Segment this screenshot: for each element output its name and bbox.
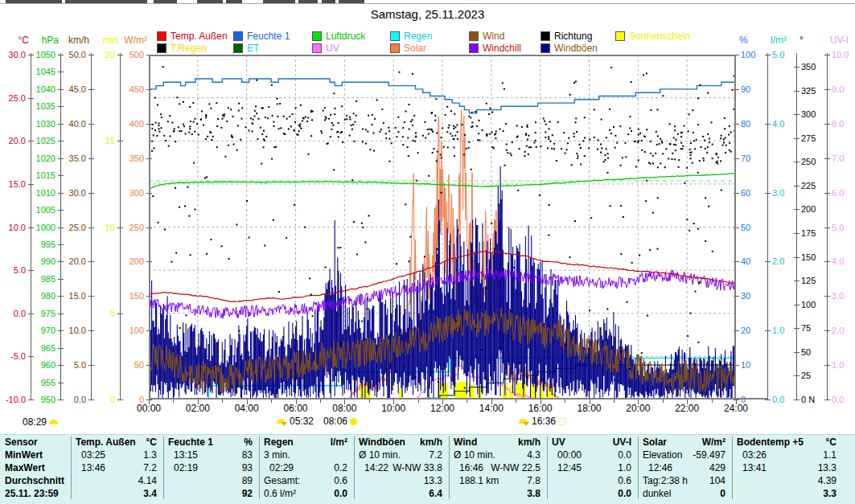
table-header-windboeen: Windböenkm/h — [359, 436, 442, 449]
axis-tick-label: 50 — [741, 223, 775, 232]
axis-line-uvi — [827, 53, 828, 400]
table-cell: 7.8 — [527, 474, 541, 487]
table-row: 03:261.1 — [737, 449, 837, 461]
table-header-uv: UVUV-I — [552, 436, 631, 449]
weather-day-chart-app: Samstag, 25.11.2023 Temp. AußenFeuchte 1… — [0, 0, 855, 504]
legend-item-t-regen: T.Regen — [157, 43, 207, 53]
axis-tick-label: 1000 — [27, 223, 55, 232]
toolbar-divider — [0, 3, 855, 4]
axis-tick — [88, 193, 94, 194]
table-cell: Regen — [264, 436, 294, 449]
axis-tick-label: 1045 — [27, 68, 55, 76]
x-axis-label: 04:00 — [228, 403, 266, 414]
table-cell: 02:19 — [168, 461, 198, 474]
table-row: 3.4 — [76, 487, 157, 500]
legend-swatch — [390, 43, 400, 53]
axis-tick-label: 125 — [801, 277, 835, 285]
x-axis-label: 06:00 — [277, 403, 315, 414]
table-cell: 25.11. 23:59 — [5, 487, 59, 500]
x-axis-tick — [516, 400, 516, 403]
table-row: 6.4 — [359, 487, 442, 500]
legend-swatch — [469, 43, 479, 53]
axis-tick — [824, 227, 830, 228]
legend-item-windchill: Windchill — [469, 43, 521, 53]
axis-tick — [58, 383, 64, 383]
axis-unit-lm2: l/m² — [771, 35, 787, 45]
axis-tick-label: 20 — [86, 51, 115, 59]
axis-tick — [88, 330, 94, 331]
table-cell: 93 — [242, 461, 253, 474]
table-cell: W-NW 22.5 — [491, 461, 541, 474]
table-cell: % — [244, 436, 253, 449]
table-cell: 00:00 — [552, 449, 582, 461]
table-cell: 13:41 — [737, 461, 767, 474]
axis-tick — [58, 244, 64, 245]
axis-tick — [794, 328, 800, 329]
axis-tick — [88, 124, 94, 125]
axis-tick-label: 150 — [115, 292, 144, 301]
axis-tick-label: -10.0 — [0, 395, 26, 404]
table-row: Durchschnitt — [5, 474, 64, 487]
table-row: 3.3 — [737, 487, 837, 500]
table-row: 14:22W-NW 33.8 — [359, 461, 442, 474]
table-row: MinWert — [5, 449, 64, 461]
axis-tick — [88, 158, 94, 159]
table-cell: 0 — [720, 487, 726, 500]
axis-tick-label: 20.0 — [0, 137, 26, 145]
table-column-separator — [732, 436, 733, 499]
x-axis-label: 08:00 — [325, 403, 364, 414]
axis-tick-label: 5.0 — [772, 51, 806, 59]
table-cell: Windböen — [359, 436, 405, 449]
axis-tick — [794, 91, 800, 92]
table-cell: 92 — [242, 487, 253, 500]
moonrise-annotation: 08:29 — [23, 416, 58, 428]
x-axis-label: 00:00 — [129, 403, 168, 414]
x-axis-tick — [614, 400, 615, 403]
table-column-separator — [354, 436, 355, 499]
series-sonnenschein — [454, 382, 467, 399]
table-cell: UV-I — [613, 436, 631, 449]
table-row: 02:1993 — [168, 461, 253, 474]
sunset-annotation: 16:36 — [519, 416, 565, 427]
table-cell: °C — [146, 436, 157, 449]
axis-tick-label: 965 — [27, 343, 55, 352]
axis-tick-label: 25.0 — [0, 93, 26, 102]
axis-tick-label: 1030 — [27, 119, 55, 128]
table-cell: 16:46 — [454, 461, 483, 474]
table-cell: W/m² — [702, 436, 726, 449]
table-cell: 0.0 — [334, 487, 347, 500]
table-row: 89 — [168, 474, 253, 487]
axis-tick-label: 1.0 — [832, 361, 855, 370]
axis-line-lm2 — [767, 53, 768, 400]
axis-tick — [28, 356, 34, 357]
axis-tick-label: 9.0 — [832, 84, 855, 93]
axis-tick-label: 500 — [115, 51, 144, 59]
sunset-time: 16:36 — [532, 416, 556, 427]
axis-tick-label: 35.0 — [57, 154, 86, 162]
axis-tick — [117, 141, 123, 141]
axis-tick-label: 1025 — [27, 137, 55, 145]
table-cell: 3.4 — [143, 487, 157, 500]
table-cell: UV — [552, 436, 565, 449]
table-row: 12:46429 — [643, 461, 726, 474]
table-cell: 1.0 — [618, 461, 631, 474]
axis-tick-label: 1010 — [27, 188, 55, 197]
table-cell: Temp. Außen — [76, 436, 136, 449]
axis-tick — [58, 210, 64, 211]
legend-swatch — [312, 31, 322, 41]
x-axis-tick — [590, 400, 590, 404]
legend-swatch — [469, 31, 479, 41]
table-row: 25.11. 23:59 — [5, 487, 64, 500]
table-cell: Ø 10 min. — [359, 449, 401, 461]
axis-tick — [58, 313, 64, 314]
axis-tick-label: 300 — [801, 110, 835, 119]
table-row: 0.0 — [552, 487, 631, 500]
table-cell: 429 — [709, 461, 726, 474]
table-row: 4.39 — [737, 474, 837, 487]
table-row: 3 min. — [264, 449, 347, 461]
table-row: 13:1583 — [168, 449, 253, 461]
table-row: Gesamt:0.6 — [264, 474, 347, 487]
table-row: 02:290.2 — [264, 461, 347, 474]
axis-tick-label: 2.0 — [832, 326, 855, 335]
legend-label: UV — [326, 43, 339, 53]
